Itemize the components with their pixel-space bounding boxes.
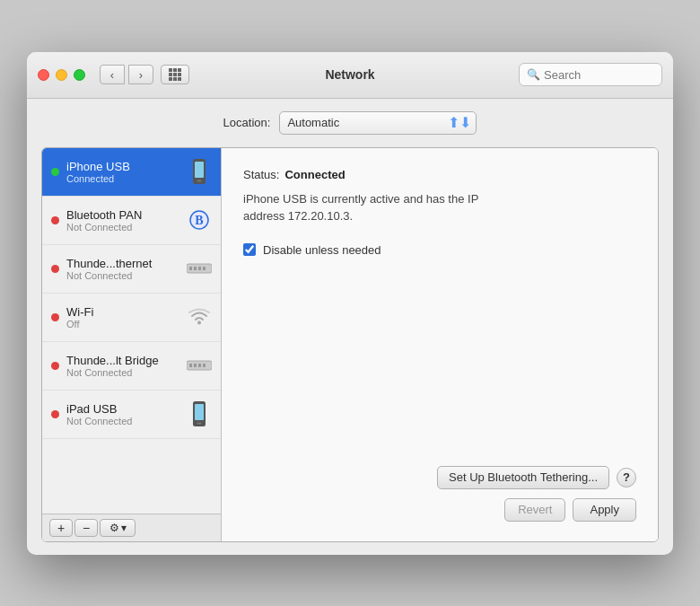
titlebar: ‹ › Network 🔍	[27, 52, 673, 99]
search-input[interactable]	[544, 68, 654, 82]
network-name-iphone-usb: iPhone USB	[66, 160, 187, 173]
network-name-ipad-usb: iPad USB	[66, 402, 187, 416]
back-button[interactable]: ‹	[100, 65, 125, 84]
forward-button[interactable]: ›	[128, 65, 153, 84]
svg-rect-9	[203, 267, 206, 270]
gear-icon: ⚙	[109, 522, 119, 534]
search-icon: 🔍	[527, 68, 540, 81]
network-window: ‹ › Network 🔍 Location: Automatic ⬆⬇	[27, 52, 673, 555]
search-box[interactable]: 🔍	[519, 63, 662, 86]
svg-rect-8	[198, 267, 201, 270]
svg-rect-13	[194, 364, 197, 367]
network-status-bluetooth: Not Connected	[66, 222, 187, 233]
status-key: Status:	[243, 168, 279, 181]
action-row: Revert Apply	[243, 498, 636, 522]
ethernet-bridge-icon-wrap	[187, 357, 212, 373]
add-network-button[interactable]: +	[49, 519, 73, 537]
network-name-thunderbolt-ethernet: Thunde...thernet	[66, 257, 187, 270]
minimize-button[interactable]	[56, 69, 67, 81]
status-dot-red-wifi	[51, 313, 59, 321]
network-status-wifi: Off	[66, 319, 187, 329]
disable-unless-needed-checkbox[interactable]	[243, 243, 256, 256]
network-status-thunderbolt-bridge: Not Connected	[66, 367, 187, 378]
status-dot-red-ipad	[51, 410, 59, 418]
network-info-iphone-usb: iPhone USB Connected	[66, 160, 187, 184]
network-info-thunderbolt-bridge: Thunde...lt Bridge Not Connected	[66, 354, 187, 378]
network-info-bluetooth: Bluetooth PAN Not Connected	[66, 208, 187, 233]
detail-panel: Status: Connected iPhone USB is currentl…	[222, 148, 658, 541]
gear-button[interactable]: ⚙ ▾	[100, 519, 136, 537]
window-title: Network	[325, 67, 374, 82]
tethering-button[interactable]: Set Up Bluetooth Tethering...	[437, 466, 609, 489]
grid-icon	[169, 68, 181, 81]
svg-point-10	[197, 321, 201, 325]
maximize-button[interactable]	[74, 69, 85, 81]
checkbox-row: Disable unless needed	[243, 243, 636, 257]
network-info-thunderbolt-ethernet: Thunde...thernet Not Connected	[66, 257, 187, 281]
wifi-icon-wrap	[187, 308, 212, 326]
content-area: Location: Automatic ⬆⬇ iPhone USB	[27, 99, 673, 555]
nav-buttons: ‹ ›	[100, 65, 153, 84]
network-item-ipad-usb[interactable]: iPad USB Not Connected	[42, 391, 221, 439]
tethering-row: Set Up Bluetooth Tethering... ?	[243, 466, 636, 489]
main-panel: iPhone USB Connected	[41, 147, 659, 542]
sidebar-toolbar: + − ⚙ ▾	[42, 514, 221, 541]
svg-rect-7	[194, 267, 197, 270]
iphone-icon	[192, 159, 206, 184]
network-status-ipad-usb: Not Connected	[66, 416, 187, 426]
bluetooth-icon: B	[189, 210, 209, 230]
network-list: iPhone USB Connected	[42, 148, 221, 514]
status-dot-green	[51, 168, 59, 176]
svg-rect-2	[197, 180, 202, 182]
status-description: iPhone USB is currently active and has t…	[243, 190, 636, 225]
svg-rect-15	[203, 364, 206, 367]
network-item-iphone-usb[interactable]: iPhone USB Connected	[42, 148, 221, 197]
status-dot-red-te	[51, 265, 59, 273]
gear-chevron-icon: ▾	[121, 522, 127, 534]
status-dot-red-tb	[51, 362, 59, 370]
location-label: Location:	[223, 116, 271, 129]
ethernet-icon	[187, 260, 212, 277]
svg-rect-17	[195, 404, 204, 420]
svg-rect-6	[189, 267, 192, 270]
ipad-icon-wrap	[187, 401, 212, 426]
network-name-thunderbolt-bridge: Thunde...lt Bridge	[66, 354, 187, 367]
network-item-wifi[interactable]: Wi-Fi Off	[42, 294, 221, 342]
iphone-usb-icon-wrap	[187, 159, 212, 184]
location-select[interactable]: Automatic	[279, 111, 477, 135]
traffic-lights	[38, 69, 85, 81]
network-status-iphone-usb: Connected	[66, 173, 187, 184]
ethernet-icon-wrap	[187, 260, 212, 277]
network-item-thunderbolt-bridge[interactable]: Thunde...lt Bridge Not Connected	[42, 342, 221, 391]
detail-footer: Set Up Bluetooth Tethering... ? Revert A…	[243, 466, 636, 522]
bluetooth-icon-wrap: B	[187, 210, 212, 230]
svg-text:B: B	[195, 214, 203, 227]
network-name-wifi: Wi-Fi	[66, 305, 187, 319]
svg-rect-12	[189, 364, 192, 367]
sidebar: iPhone USB Connected	[42, 148, 222, 541]
network-info-wifi: Wi-Fi Off	[66, 305, 187, 329]
ipad-icon	[192, 401, 206, 426]
ethernet-bridge-icon	[187, 357, 212, 373]
location-wrapper: Automatic ⬆⬇	[279, 111, 477, 135]
revert-button[interactable]: Revert	[504, 498, 565, 522]
status-row: Status: Connected	[243, 168, 636, 181]
disable-unless-needed-label: Disable unless needed	[263, 243, 381, 257]
location-row: Location: Automatic ⬆⬇	[41, 111, 659, 135]
close-button[interactable]	[38, 69, 49, 81]
network-status-thunderbolt-ethernet: Not Connected	[66, 270, 187, 281]
svg-rect-18	[197, 423, 202, 425]
help-button[interactable]: ?	[617, 468, 636, 487]
svg-rect-14	[198, 364, 201, 367]
grid-button[interactable]	[161, 65, 189, 84]
status-dot-red-bt	[51, 216, 59, 224]
network-item-bluetooth-pan[interactable]: Bluetooth PAN Not Connected B	[42, 197, 221, 245]
network-name-bluetooth: Bluetooth PAN	[66, 208, 187, 222]
wifi-icon	[188, 308, 211, 326]
network-info-ipad-usb: iPad USB Not Connected	[66, 402, 187, 426]
svg-rect-1	[195, 162, 204, 178]
status-value: Connected	[284, 168, 345, 181]
network-item-thunderbolt-ethernet[interactable]: Thunde...thernet Not Connected	[42, 245, 221, 294]
remove-network-button[interactable]: −	[74, 519, 98, 537]
apply-button[interactable]: Apply	[573, 498, 636, 522]
